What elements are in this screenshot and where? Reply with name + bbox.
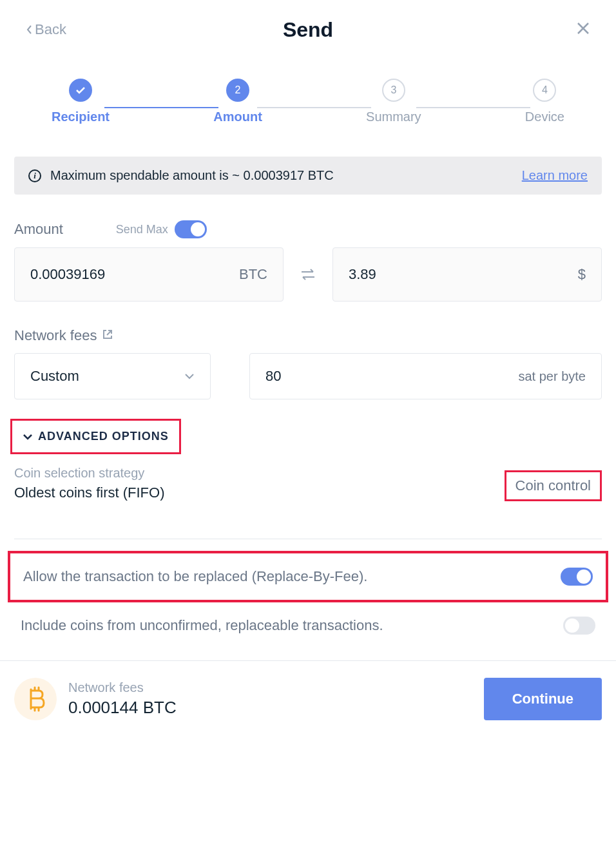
fee-rate-input[interactable]: 80 sat per byte (249, 353, 602, 399)
send-max-toggle[interactable] (175, 220, 207, 238)
fee-preset-select[interactable]: Custom (14, 353, 211, 399)
step-line (257, 107, 371, 108)
network-fees-label: Network fees (14, 327, 97, 344)
back-button[interactable]: Back (26, 21, 66, 38)
unconfirmed-label: Include coins from unconfirmed, replacea… (21, 617, 383, 634)
step-label: Recipient (52, 110, 110, 124)
fiat-value: 3.89 (349, 266, 578, 283)
info-text: Maximum spendable amount is ~ 0.0003917 … (50, 168, 334, 183)
step-label: Amount (213, 110, 262, 124)
info-icon: i (28, 169, 41, 182)
footer-fee-label: Network fees (68, 680, 177, 695)
learn-more-link[interactable]: Learn more (522, 168, 588, 183)
swap-button[interactable] (299, 265, 317, 283)
back-label: Back (35, 21, 66, 38)
step-amount[interactable]: 2 Amount (213, 79, 262, 124)
bitcoin-icon (14, 678, 57, 720)
rbf-option-row: Allow the transaction to be replaced (Re… (8, 551, 608, 602)
toggle-knob (565, 618, 579, 633)
toggle-knob (577, 570, 591, 584)
step-label: Summary (366, 110, 421, 124)
crypto-unit: BTC (239, 266, 267, 283)
info-banner: i Maximum spendable amount is ~ 0.000391… (14, 157, 602, 195)
fee-value: 80 (265, 368, 281, 385)
step-circle-inactive: 4 (533, 79, 556, 102)
footer-fee-value: 0.000144 BTC (68, 698, 177, 718)
coin-selection-label: Coin selection strategy (14, 466, 164, 481)
page-title: Send (283, 18, 333, 42)
chevron-left-icon (26, 24, 32, 35)
fiat-amount-input[interactable]: 3.89 $ (332, 247, 602, 302)
advanced-label: ADVANCED OPTIONS (38, 430, 169, 443)
crypto-value: 0.00039169 (30, 266, 239, 283)
step-circle-active: 2 (226, 79, 249, 102)
step-circle-done (69, 79, 92, 102)
coin-selection-value: Oldest coins first (FIFO) (14, 484, 164, 501)
step-circle-inactive: 3 (382, 79, 405, 102)
unconfirmed-option-row: Include coins from unconfirmed, replacea… (14, 602, 602, 660)
close-icon (576, 21, 590, 35)
close-button[interactable] (576, 19, 590, 40)
step-summary[interactable]: 3 Summary (366, 79, 421, 124)
advanced-options-toggle[interactable]: ADVANCED OPTIONS (10, 419, 181, 454)
external-link-icon (102, 329, 113, 340)
external-link-button[interactable] (102, 329, 113, 343)
fee-unit: sat per byte (518, 369, 586, 384)
step-line (104, 107, 218, 108)
fiat-unit: $ (578, 266, 586, 283)
unconfirmed-toggle[interactable] (563, 617, 595, 635)
swap-icon (299, 265, 317, 283)
bitcoin-icon-svg (24, 685, 46, 713)
chevron-down-icon (184, 373, 195, 379)
send-max-label: Send Max (116, 223, 168, 236)
coin-control-button[interactable]: Coin control (505, 470, 602, 501)
step-device[interactable]: 4 Device (525, 79, 564, 124)
rbf-toggle[interactable] (561, 568, 593, 586)
stepper: Recipient 2 Amount 3 Summary 4 Device (0, 46, 616, 157)
amount-label: Amount (14, 221, 63, 238)
crypto-amount-input[interactable]: 0.00039169 BTC (14, 247, 284, 302)
rbf-label: Allow the transaction to be replaced (Re… (23, 568, 367, 585)
check-icon (75, 86, 86, 94)
step-label: Device (525, 110, 564, 124)
chevron-down-icon (23, 434, 33, 440)
continue-button[interactable]: Continue (484, 678, 602, 720)
step-line (416, 107, 530, 108)
toggle-knob (191, 222, 205, 236)
select-value: Custom (30, 368, 79, 385)
step-recipient[interactable]: Recipient (52, 79, 110, 124)
